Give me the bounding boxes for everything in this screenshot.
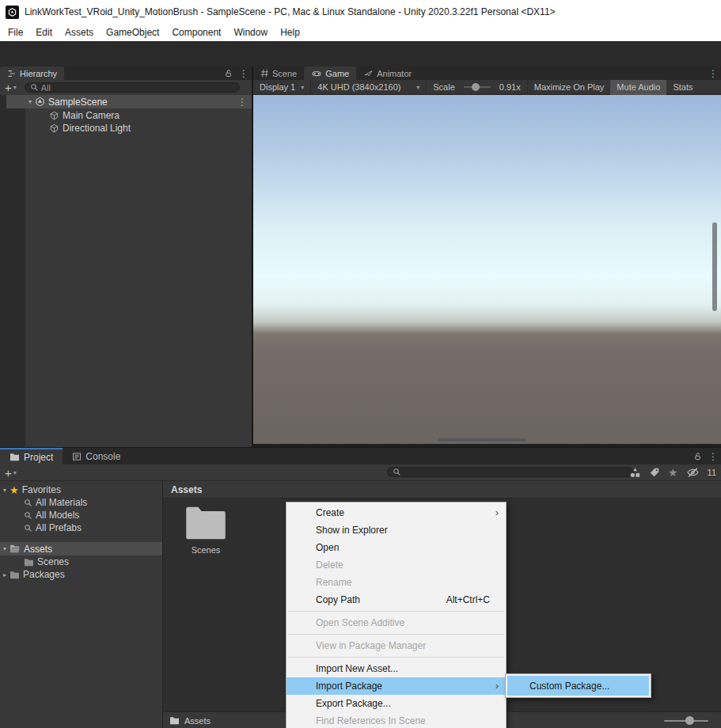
assets-header-label: Assets — [171, 484, 202, 495]
gameobject-cube-icon — [49, 111, 59, 121]
tree-row-packages[interactable]: ▸ Packages — [3, 568, 65, 581]
scale-slider[interactable] — [464, 86, 491, 88]
hierarchy-search-input[interactable]: All — [25, 82, 240, 93]
menu-item-show-in-explorer[interactable]: Show in Explorer — [287, 521, 506, 539]
tree-label: Scenes — [37, 556, 69, 567]
lock-icon[interactable] — [693, 452, 702, 461]
tab-animator[interactable]: Animator — [356, 66, 419, 80]
expand-triangle-icon[interactable]: ▾ — [3, 487, 6, 494]
menu-item-view-in-package-manager: View in Package Manager — [287, 637, 506, 654]
tree-row-all-models[interactable]: All Models — [24, 509, 79, 521]
menu-file[interactable]: File — [2, 25, 29, 40]
tab-game[interactable]: Game — [304, 66, 356, 80]
gameobject-cube-icon — [49, 123, 59, 134]
object-label: Main Camera — [63, 110, 120, 121]
hierarchy-tree: ▾ SampleScene ⋮ Main Camera Directional … — [0, 95, 252, 447]
search-by-type-icon[interactable] — [629, 467, 641, 479]
submenu-arrow-icon: › — [495, 680, 499, 692]
project-add-caret-icon[interactable]: ▾ — [13, 469, 17, 476]
resolution-dropdown[interactable]: 4K UHD (3840x2160) ▾ — [311, 80, 427, 95]
hierarchy-panel: Hierarchy ⋮ + ▾ All ▾ SampleScene ⋮ Main… — [0, 66, 252, 447]
tab-console[interactable]: Console — [63, 448, 130, 464]
chevron-down-icon: ▾ — [416, 84, 419, 91]
tree-row-all-prefabs[interactable]: All Prefabs — [24, 521, 82, 534]
project-toolbar: + ▾ ★ 11 — [0, 464, 721, 481]
project-add-button[interactable]: + — [5, 467, 12, 479]
menu-item-label: Create — [316, 507, 344, 518]
menu-item-label: Custom Package... — [529, 681, 609, 692]
menu-gameobject[interactable]: GameObject — [100, 25, 165, 40]
tab-project[interactable]: Project — [0, 448, 63, 464]
hierarchy-add-caret-icon[interactable]: ▾ — [13, 84, 17, 91]
menu-component[interactable]: Component — [165, 25, 227, 40]
menu-item-label: Open — [316, 542, 339, 553]
tab-hierarchy[interactable]: Hierarchy — [0, 66, 64, 80]
hidden-packages-count: 11 — [708, 468, 716, 477]
menu-item-label: Export Package... — [316, 698, 391, 709]
scale-label: Scale — [433, 82, 455, 92]
menu-assets[interactable]: Assets — [59, 25, 100, 40]
vertical-scrollbar[interactable] — [712, 222, 717, 311]
stats-button[interactable]: Stats — [666, 80, 699, 95]
scene-grid-icon — [260, 69, 269, 78]
horizontal-scrollbar[interactable] — [438, 438, 526, 442]
folder-icon — [9, 571, 20, 579]
tree-row-assets[interactable]: ▾ Assets — [0, 542, 162, 555]
expand-triangle-icon[interactable]: ▾ — [28, 98, 32, 105]
folder-icon — [9, 453, 20, 461]
thumbnail-zoom-knob[interactable] — [685, 716, 694, 725]
menu-item-open[interactable]: Open — [287, 539, 506, 556]
menu-item-import-package[interactable]: Import Package › — [287, 677, 506, 695]
collapsed-triangle-icon[interactable]: ▸ — [3, 571, 6, 578]
display-dropdown[interactable]: Display 1 ▾ — [253, 80, 311, 95]
search-query-icon — [24, 511, 32, 520]
scale-slider-knob[interactable] — [472, 83, 480, 91]
scene-options-icon[interactable]: ⋮ — [237, 97, 247, 107]
menu-item-create[interactable]: Create › — [287, 504, 506, 521]
tree-row-all-materials[interactable]: All Materials — [24, 496, 87, 509]
maximize-on-play-button[interactable]: Maximize On Play — [528, 80, 611, 95]
search-icon — [393, 468, 401, 476]
mute-audio-button[interactable]: Mute Audio — [610, 80, 666, 95]
tab-hierarchy-label: Hierarchy — [20, 69, 57, 78]
menu-item-custom-package[interactable]: Custom Package... — [507, 676, 649, 696]
menu-edit[interactable]: Edit — [29, 25, 59, 40]
menu-window[interactable]: Window — [227, 25, 274, 40]
hierarchy-row-directional-light[interactable]: Directional Light — [49, 122, 131, 135]
menu-item-label: Open Scene Additive — [316, 617, 404, 628]
menu-item-copy-path[interactable]: Copy Path Alt+Ctrl+C — [287, 591, 506, 609]
hierarchy-add-button[interactable]: + — [5, 82, 12, 93]
menu-item-export-package[interactable]: Export Package... — [287, 695, 506, 712]
project-menu-icon[interactable]: ⋮ — [708, 452, 718, 461]
console-icon — [72, 452, 82, 461]
project-search-input[interactable] — [387, 467, 634, 477]
menu-item-label: Import Package — [316, 681, 382, 692]
menu-help[interactable]: Help — [274, 25, 306, 40]
hidden-packages-icon[interactable] — [686, 467, 700, 478]
asset-item-scenes[interactable]: Scenes — [177, 505, 234, 555]
tree-row-favorites[interactable]: ▾ ★ Favorites — [3, 483, 61, 496]
search-query-icon — [24, 499, 32, 507]
tab-console-label: Console — [85, 451, 120, 462]
tree-row-scenes[interactable]: Scenes — [24, 555, 69, 568]
scale-control: Scale 0.91x — [427, 80, 527, 95]
hierarchy-row-scene[interactable]: ▾ SampleScene ⋮ — [6, 95, 252, 108]
hierarchy-menu-icon[interactable]: ⋮ — [239, 69, 249, 78]
menu-item-import-new-asset[interactable]: Import New Asset... — [287, 660, 506, 677]
tab-game-label: Game — [325, 69, 349, 78]
big-folder-icon — [183, 505, 229, 541]
lock-icon[interactable] — [224, 69, 233, 78]
window-title: LinkWorkTest_VRoid_Unity_MotionBrush - S… — [25, 6, 556, 17]
menu-item-label: Delete — [316, 559, 343, 571]
menu-item-label: Show in Explorer — [316, 525, 388, 536]
viewport-menu-icon[interactable]: ⋮ — [708, 69, 718, 78]
search-by-label-icon[interactable] — [649, 467, 660, 478]
tab-scene[interactable]: Scene — [253, 66, 304, 80]
expand-triangle-icon[interactable]: ▾ — [3, 545, 6, 552]
menu-item-label: Rename — [316, 577, 351, 588]
menu-item-delete: Delete — [287, 556, 506, 574]
object-label: Directional Light — [63, 123, 131, 134]
hierarchy-row-main-camera[interactable]: Main Camera — [49, 109, 120, 122]
chevron-down-icon: ▾ — [301, 84, 304, 91]
favorites-star-icon[interactable]: ★ — [668, 466, 678, 479]
